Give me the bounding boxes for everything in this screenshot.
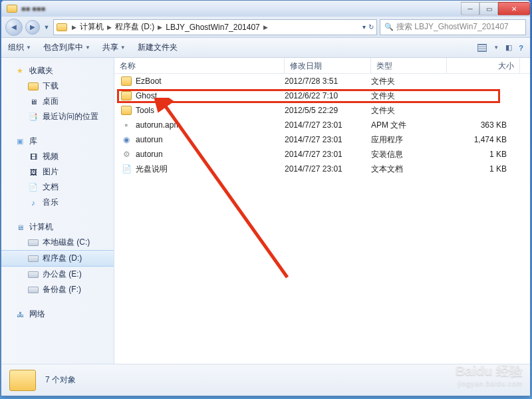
chevron-right-icon[interactable]: ▶: [261, 24, 270, 31]
table-row[interactable]: ⚙autorun2014/7/27 23:01安装信息1 KB: [114, 147, 530, 162]
table-row[interactable]: Ghost2012/6/22 7:10文件夹: [114, 88, 530, 103]
include-in-library-menu[interactable]: 包含到库中 ▼: [43, 42, 90, 53]
file-type: 应用程序: [371, 134, 447, 146]
favorites-header[interactable]: ★收藏夹: [1, 63, 114, 78]
table-row[interactable]: EzBoot2012/7/28 3:51文件夹: [114, 74, 530, 88]
video-icon: 🎞: [28, 152, 39, 162]
search-input[interactable]: 🔍 搜索 LBJY_GhostWin7_201407: [380, 19, 526, 35]
file-name: autorun: [136, 135, 163, 144]
file-type: 文件夹: [371, 105, 447, 116]
folder-icon: [7, 5, 17, 13]
maximize-button[interactable]: ▭: [479, 2, 498, 15]
drive-icon: [28, 239, 39, 246]
help-icon[interactable]: ?: [519, 44, 523, 52]
address-bar: ◄ ► ▼ ▶ 计算机 ▶ 程序盘 (D:) ▶ LBJY_GhostWin7_…: [1, 17, 530, 38]
sidebar-item-recent[interactable]: 📑最近访问的位置: [1, 109, 114, 124]
crumb-computer[interactable]: 计算机: [78, 21, 105, 33]
desktop-icon: 🖥: [28, 97, 39, 106]
file-name: EzBoot: [136, 76, 162, 86]
new-folder-button[interactable]: 新建文件夹: [138, 42, 178, 53]
drive-icon: [28, 287, 39, 293]
table-row[interactable]: ◉autorun2014/7/27 23:01应用程序1,474 KB: [114, 132, 530, 147]
file-date: 2012/5/5 22:29: [285, 106, 371, 115]
share-menu[interactable]: 共享 ▼: [102, 42, 126, 53]
file-date: 2012/7/28 3:51: [285, 76, 371, 86]
sidebar-item-drive-c[interactable]: 本地磁盘 (C:): [1, 235, 114, 250]
library-icon: ▣: [15, 137, 25, 146]
folder-icon: [121, 76, 132, 86]
chevron-down-icon: ▼: [85, 45, 90, 51]
explorer-window: ■■ ■■■ ─ ▭ ✕ ◄ ► ▼ ▶ 计算机 ▶ 程序盘 (D:) ▶ LB…: [1, 0, 531, 396]
chevron-right-icon[interactable]: ▶: [105, 24, 114, 31]
chevron-right-icon[interactable]: ▶: [70, 24, 78, 31]
sidebar-item-downloads[interactable]: 下载: [1, 78, 114, 94]
minimize-button[interactable]: ─: [461, 2, 479, 15]
column-size[interactable]: 大小: [447, 58, 520, 73]
breadcrumb[interactable]: ▶ 计算机 ▶ 程序盘 (D:) ▶ LBJY_GhostWin7_201407…: [53, 19, 377, 35]
file-date: 2014/7/27 23:01: [285, 164, 371, 174]
sidebar-item-drive-d[interactable]: 程序盘 (D:): [1, 250, 114, 267]
file-size: 363 KB: [447, 120, 520, 130]
preview-pane-icon[interactable]: ◧: [505, 43, 512, 52]
sidebar-item-music[interactable]: ♪音乐: [1, 195, 114, 210]
file-type: 文本文档: [371, 164, 447, 175]
sidebar-item-documents[interactable]: 📄文档: [1, 180, 114, 195]
view-options-icon[interactable]: [477, 44, 487, 52]
window-controls: ─ ▭ ✕: [461, 2, 530, 15]
document-icon: 📄: [28, 183, 39, 192]
libraries-header[interactable]: ▣库: [1, 134, 114, 149]
content-area: ★收藏夹 下载 🖥桌面 📑最近访问的位置 ▣库 🎞视频 🖼图片 📄文档 ♪音乐 …: [1, 58, 530, 364]
sidebar-item-desktop[interactable]: 🖥桌面: [1, 94, 114, 109]
file-name: autorun: [136, 150, 163, 159]
column-name[interactable]: 名称: [114, 58, 285, 73]
arrow-left-icon: ◄: [10, 22, 19, 32]
computer-header[interactable]: 🖥计算机: [1, 219, 114, 235]
computer-icon: 🖥: [15, 223, 25, 232]
forward-button[interactable]: ►: [25, 20, 40, 35]
refresh-icon[interactable]: ↻: [368, 23, 374, 31]
sidebar-item-videos[interactable]: 🎞视频: [1, 149, 114, 164]
folder-icon: [121, 91, 132, 100]
file-size: 1 KB: [447, 164, 520, 174]
settings-icon: ⚙: [121, 150, 132, 159]
sidebar-item-drive-f[interactable]: 备份盘 (F:): [1, 282, 114, 297]
file-type: 文件夹: [371, 90, 447, 102]
network-header[interactable]: 🖧网络: [1, 307, 114, 322]
arrow-right-icon: ►: [29, 22, 37, 32]
file-name: autorun.apm: [136, 120, 180, 130]
chevron-down-icon[interactable]: ▼: [493, 45, 499, 51]
music-icon: ♪: [28, 198, 39, 207]
history-dropdown[interactable]: ▼: [43, 24, 51, 31]
folder-icon: [9, 370, 36, 391]
file-size: 1 KB: [447, 150, 520, 159]
file-type: 安装信息: [371, 149, 447, 160]
titlebar[interactable]: ■■ ■■■ ─ ▭ ✕: [1, 1, 530, 17]
column-type[interactable]: 类型: [371, 58, 447, 73]
toolbar: 组织 ▼ 包含到库中 ▼ 共享 ▼ 新建文件夹 ▼ ◧ ?: [1, 38, 530, 58]
close-button[interactable]: ✕: [498, 2, 530, 15]
table-row[interactable]: Tools2012/5/5 22:29文件夹: [114, 103, 530, 118]
crumb-drive[interactable]: 程序盘 (D:): [114, 21, 156, 33]
chevron-right-icon[interactable]: ▶: [156, 24, 164, 31]
chevron-down-icon: ▼: [120, 45, 126, 51]
status-bar: 7 个对象: [1, 364, 530, 396]
search-placeholder: 搜索 LBJY_GhostWin7_201407: [396, 21, 509, 33]
crumb-folder[interactable]: LBJY_GhostWin7_201407: [164, 23, 261, 32]
back-button[interactable]: ◄: [5, 19, 23, 36]
table-row[interactable]: ▫autorun.apm2014/7/27 23:01APM 文件363 KB: [114, 118, 530, 132]
sidebar-item-drive-e[interactable]: 办公盘 (E:): [1, 267, 114, 282]
status-text: 7 个对象: [45, 374, 76, 386]
chevron-down-icon[interactable]: ▾: [362, 23, 366, 31]
column-date[interactable]: 修改日期: [285, 58, 371, 73]
file-size: 1,474 KB: [447, 135, 520, 144]
table-row[interactable]: 📄光盘说明2014/7/27 23:01文本文档1 KB: [114, 162, 530, 176]
file-name: Tools: [136, 106, 154, 115]
chevron-down-icon: ▼: [26, 45, 31, 51]
sidebar-item-pictures[interactable]: 🖼图片: [1, 164, 114, 180]
text-file-icon: 📄: [121, 164, 132, 174]
application-icon: ◉: [121, 135, 132, 144]
file-name: 光盘说明: [136, 164, 168, 175]
organize-menu[interactable]: 组织 ▼: [8, 42, 31, 53]
file-icon: ▫: [121, 120, 132, 130]
folder-icon: [57, 23, 67, 31]
